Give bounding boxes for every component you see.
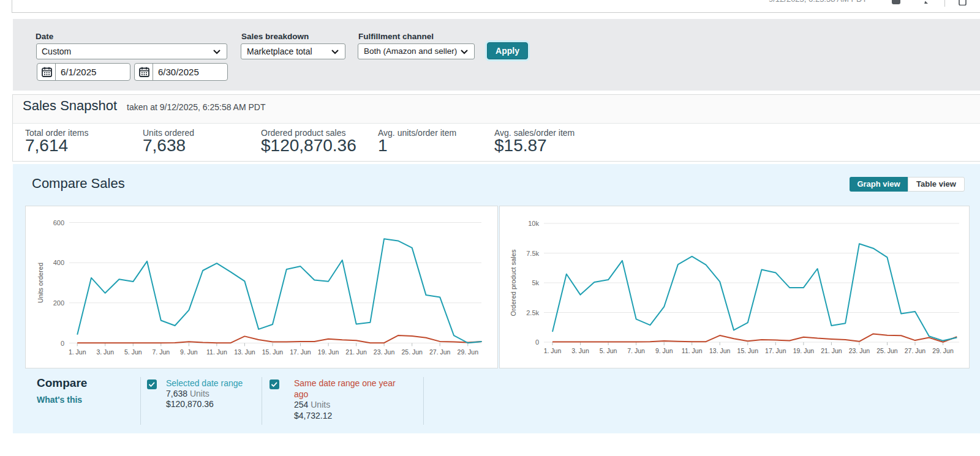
svg-text:29. Jun: 29. Jun <box>932 347 954 354</box>
svg-text:9. Jun: 9. Jun <box>655 347 673 354</box>
svg-text:25. Jun: 25. Jun <box>401 348 423 356</box>
svg-text:Units ordered: Units ordered <box>37 263 44 303</box>
svg-text:11. Jun: 11. Jun <box>682 347 703 354</box>
svg-text:13. Jun: 13. Jun <box>234 348 255 356</box>
svg-text:1. Jun: 1. Jun <box>544 347 562 354</box>
svg-text:5k: 5k <box>532 279 539 286</box>
svg-text:5. Jun: 5. Jun <box>124 348 142 356</box>
svg-text:7. Jun: 7. Jun <box>627 347 645 354</box>
svg-text:2.5k: 2.5k <box>526 309 539 316</box>
svg-text:0: 0 <box>535 338 539 346</box>
svg-text:400: 400 <box>53 259 64 266</box>
svg-text:10k: 10k <box>528 220 539 227</box>
svg-text:200: 200 <box>53 299 64 307</box>
svg-text:3. Jun: 3. Jun <box>96 348 114 356</box>
svg-text:21. Jun: 21. Jun <box>345 348 367 356</box>
svg-text:19. Jun: 19. Jun <box>793 347 815 354</box>
svg-text:25. Jun: 25. Jun <box>876 347 898 354</box>
svg-text:27. Jun: 27. Jun <box>905 347 926 354</box>
svg-text:0: 0 <box>61 340 64 347</box>
svg-text:15. Jun: 15. Jun <box>262 348 284 356</box>
svg-text:21. Jun: 21. Jun <box>821 347 842 354</box>
svg-text:29. Jun: 29. Jun <box>458 348 479 356</box>
svg-text:3. Jun: 3. Jun <box>571 347 589 354</box>
svg-text:13. Jun: 13. Jun <box>709 347 731 354</box>
svg-text:27. Jun: 27. Jun <box>429 348 451 356</box>
svg-text:7. Jun: 7. Jun <box>152 348 170 356</box>
svg-text:15. Jun: 15. Jun <box>737 347 759 354</box>
svg-text:17. Jun: 17. Jun <box>290 348 311 356</box>
svg-text:Ordered product sales: Ordered product sales <box>510 249 517 316</box>
svg-text:11. Jun: 11. Jun <box>206 348 227 356</box>
svg-text:17. Jun: 17. Jun <box>765 347 786 354</box>
svg-text:23. Jun: 23. Jun <box>374 348 395 356</box>
svg-text:1. Jun: 1. Jun <box>69 348 86 356</box>
svg-text:9. Jun: 9. Jun <box>180 348 198 356</box>
svg-text:19. Jun: 19. Jun <box>318 348 339 356</box>
svg-text:600: 600 <box>53 219 64 226</box>
svg-text:7.5k: 7.5k <box>526 250 539 257</box>
svg-text:5. Jun: 5. Jun <box>600 347 617 354</box>
svg-text:23. Jun: 23. Jun <box>849 347 870 354</box>
